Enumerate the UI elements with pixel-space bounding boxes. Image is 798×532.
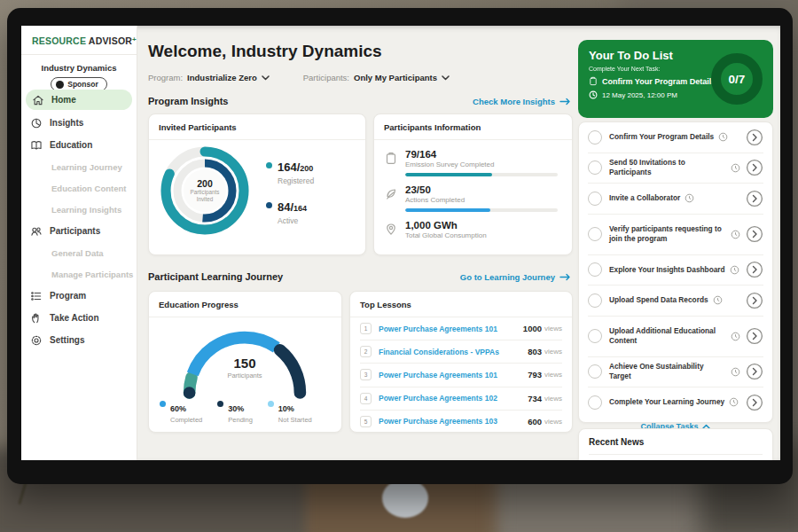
- participants-label: Participants:: [303, 73, 349, 82]
- legend-dot: [160, 401, 166, 407]
- program-label: Program:: [148, 73, 183, 82]
- monitor-bezel: RESOURCE ADVISOR+ Industry Dynamics Spon…: [7, 8, 793, 484]
- task-chevron-button[interactable]: [746, 225, 763, 243]
- task-checkbox[interactable]: [588, 160, 602, 175]
- list-icon: [30, 290, 43, 302]
- rank-badge: 1: [360, 323, 372, 334]
- recent-news-card: Recent News: [578, 428, 773, 460]
- lesson-link[interactable]: Power Purchase Agreements 103: [379, 417, 528, 426]
- sidebar-item-learning-journey[interactable]: Learning Journey: [21, 156, 137, 177]
- logo-resource: RESOURCE: [32, 35, 86, 46]
- task-chevron-button[interactable]: [746, 129, 763, 146]
- legend-completed: 60% Completed: [160, 399, 202, 424]
- task-checkbox[interactable]: [588, 364, 602, 379]
- lesson-row: 4 Power Purchase Agreements 102 734 view…: [360, 387, 562, 411]
- views-suffix: views: [544, 371, 562, 379]
- sidebar-item-education-content[interactable]: Education Content: [21, 177, 137, 199]
- task-checkbox[interactable]: [588, 192, 602, 206]
- todo-task-row[interactable]: Confirm Your Program Details: [588, 122, 763, 153]
- todo-task-row[interactable]: Complete Your Learning Journey: [588, 387, 763, 418]
- org-name: Industry Dynamics: [21, 63, 137, 73]
- views-count: 600: [528, 417, 542, 426]
- clock-icon: [718, 132, 728, 142]
- task-checkbox[interactable]: [588, 329, 602, 343]
- legend-pending: 30% Pending: [217, 399, 253, 424]
- section-title: Program Insights: [148, 96, 228, 106]
- sidebar-nav: Home Insights Education Learning Journey…: [21, 90, 137, 351]
- arrow-right-icon: [559, 98, 571, 106]
- sidebar-item-manage-participants[interactable]: Manage Participants: [21, 263, 137, 285]
- task-label: Upload Spend Data Records: [609, 295, 708, 305]
- lesson-row: 5 Power Purchase Agreements 103 600 view…: [360, 411, 562, 433]
- check-more-insights-link[interactable]: Check More Insights: [473, 97, 571, 106]
- donut-center-label: 200 Participants Invited: [158, 144, 252, 238]
- education-progress-gauge: 150 Participants: [174, 322, 316, 400]
- clock-icon: [713, 295, 723, 305]
- task-chevron-button[interactable]: [746, 327, 763, 345]
- lesson-row: 2 Financial Considerations - VPPAs 803 v…: [360, 340, 562, 364]
- stat-total-consumption: 1,000 GWh Total Global Consumption: [385, 220, 561, 239]
- todo-task-row[interactable]: Upload Spend Data Records: [588, 286, 763, 317]
- sidebar-item-program[interactable]: Program: [21, 285, 137, 307]
- task-checkbox[interactable]: [588, 293, 602, 308]
- task-chevron-button[interactable]: [746, 292, 763, 309]
- task-checkbox[interactable]: [588, 395, 602, 410]
- clock-icon: [729, 397, 739, 407]
- go-to-learning-journey-link[interactable]: Go to Learning Journey: [460, 272, 571, 282]
- sidebar-item-insights[interactable]: Insights: [21, 112, 137, 134]
- sidebar-item-education[interactable]: Education: [21, 134, 137, 156]
- legend-active: 84/164 Active: [266, 199, 314, 225]
- views-count: 1000: [523, 324, 542, 333]
- home-icon: [32, 94, 44, 106]
- todo-summary-card: Your To Do List Complete Your Next Task:…: [578, 40, 773, 118]
- education-progress-card: Education Progress 150 Participants 60% …: [148, 291, 342, 433]
- sidebar-item-learning-insights[interactable]: Learning Insights: [21, 199, 137, 220]
- todo-task-row[interactable]: Send 50 Invitations to Participants: [588, 153, 763, 184]
- sidebar-item-take-action[interactable]: Take Action: [21, 307, 137, 329]
- lesson-link[interactable]: Power Purchase Agreements 102: [379, 394, 528, 403]
- legend-dot: [217, 401, 223, 407]
- task-checkbox[interactable]: [588, 262, 602, 277]
- todo-progress-value: 0/7: [709, 51, 764, 106]
- clock-icon: [731, 163, 740, 173]
- task-chevron-button[interactable]: [746, 261, 763, 278]
- views-suffix: views: [544, 418, 562, 426]
- monitor-stand: [382, 479, 428, 518]
- divider: [21, 54, 137, 55]
- card-title: Education Progress: [149, 292, 341, 317]
- todo-task-row[interactable]: Explore Your Insights Dashboard: [588, 255, 763, 286]
- rank-badge: 4: [360, 393, 372, 404]
- lesson-link[interactable]: Power Purchase Agreements 101: [379, 325, 523, 333]
- logo-advisor: ADVISOR: [89, 35, 132, 46]
- todo-task-row[interactable]: Achieve One Sustainability Target: [588, 357, 763, 388]
- sidebar-item-participants[interactable]: Participants: [21, 220, 137, 242]
- lesson-link[interactable]: Power Purchase Agreements 101: [379, 371, 528, 379]
- sidebar: RESOURCE ADVISOR+ Industry Dynamics Spon…: [21, 26, 137, 460]
- task-chevron-button[interactable]: [746, 190, 763, 207]
- todo-progress-ring: 0/7: [709, 51, 764, 106]
- task-chevron-button[interactable]: [746, 159, 763, 176]
- views-suffix: views: [544, 395, 562, 403]
- task-chevron-button[interactable]: [746, 394, 763, 411]
- invited-participants-donut: 200 Participants Invited: [158, 144, 252, 238]
- dashboard-screen: RESOURCE ADVISOR+ Industry Dynamics Spon…: [21, 26, 780, 460]
- task-checkbox[interactable]: [588, 130, 602, 145]
- stat-emission-survey: 79/164 Emission Survey Completed: [385, 149, 561, 176]
- sidebar-item-settings[interactable]: Settings: [21, 329, 137, 351]
- lesson-link[interactable]: Financial Considerations - VPPAs: [379, 348, 528, 356]
- sidebar-item-home[interactable]: Home: [26, 90, 132, 110]
- sidebar-item-general-data[interactable]: General Data: [21, 242, 137, 263]
- lesson-row: 3 Power Purchase Agreements 101 793 view…: [360, 364, 562, 387]
- clock-icon: [685, 193, 694, 203]
- task-checkbox[interactable]: [588, 227, 602, 241]
- participants-select[interactable]: Participants: Only My Participants: [303, 73, 450, 82]
- chevron-down-icon: [262, 75, 270, 81]
- todo-task-row[interactable]: Upload Additional Educational Content: [588, 317, 763, 357]
- program-insights-header: Program Insights Check More Insights: [148, 96, 571, 106]
- views-count: 734: [528, 394, 542, 403]
- clock-icon: [589, 90, 598, 99]
- todo-task-row[interactable]: Verify participants requesting to join t…: [588, 215, 763, 255]
- todo-task-row[interactable]: Invite a Collaborator: [588, 184, 763, 215]
- program-select[interactable]: Program: Industrialize Zero: [148, 73, 270, 82]
- task-chevron-button[interactable]: [746, 363, 763, 380]
